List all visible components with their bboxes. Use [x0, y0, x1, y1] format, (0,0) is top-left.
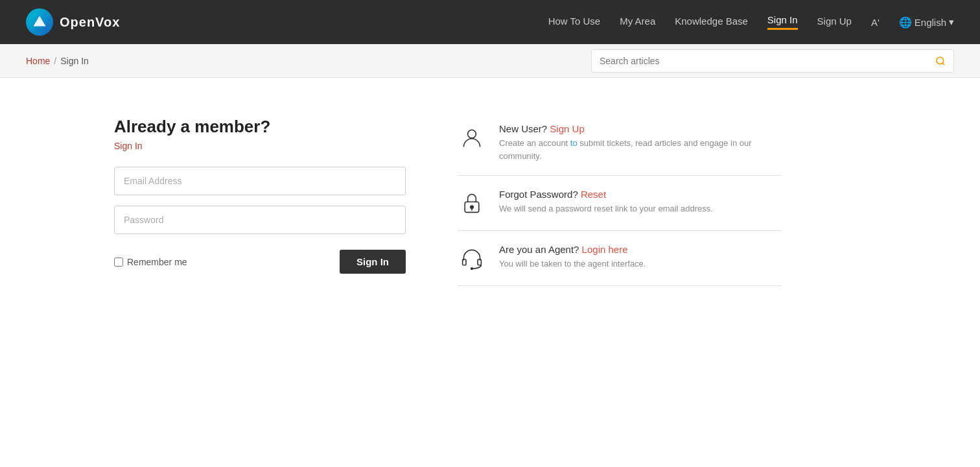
remember-me-label[interactable]: Remember me	[114, 257, 187, 267]
globe-icon: 🌐	[899, 16, 912, 29]
breadcrumb-separator: /	[54, 56, 56, 66]
password-field[interactable]	[114, 206, 406, 234]
svg-line-3	[942, 63, 944, 65]
nav-how-to-use[interactable]: How To Use	[548, 16, 601, 29]
search-icon	[935, 56, 946, 66]
new-user-heading-plain: New User?	[499, 123, 550, 134]
new-user-heading: New User? Sign Up	[499, 123, 782, 134]
agent-login-heading-plain: Are you an Agent?	[499, 244, 582, 255]
search-input[interactable]	[592, 56, 928, 66]
form-footer: Remember me Sign In	[114, 250, 406, 274]
agent-login-item: Are you an Agent? Login here You will be…	[458, 231, 782, 286]
headset-icon	[458, 244, 486, 272]
signin-title: Already a member?	[114, 117, 406, 137]
nav-sign-up[interactable]: Sign Up	[817, 16, 852, 29]
svg-point-6	[471, 206, 474, 209]
agent-login-text: Are you an Agent? Login here You will be…	[499, 244, 646, 270]
remember-me-text: Remember me	[127, 257, 187, 267]
agent-login-description: You will be taken to the agent interface…	[499, 257, 646, 270]
forgot-password-heading-plain: Forgot Password?	[499, 189, 581, 200]
main-content: Already a member? Sign In Remember me Si…	[36, 78, 944, 325]
forgot-password-text: Forgot Password? Reset We will send a pa…	[499, 189, 713, 215]
signin-subtitle-link[interactable]: Sign In	[114, 141, 406, 151]
language-selector[interactable]: 🌐 English ▾	[899, 16, 954, 29]
search-button[interactable]	[928, 56, 953, 66]
logo-text: OpenVox	[60, 15, 120, 30]
remember-me-checkbox[interactable]	[114, 257, 123, 267]
forgot-password-description: We will send a password reset link to yo…	[499, 202, 713, 215]
nav-my-area[interactable]: My Area	[620, 16, 655, 29]
svg-point-2	[937, 57, 944, 64]
search-bar	[591, 49, 954, 73]
new-user-description: Create an account to submit tickets, rea…	[499, 137, 782, 162]
breadcrumb-home[interactable]: Home	[26, 56, 50, 66]
nav-knowledge-base[interactable]: Knowledge Base	[675, 16, 748, 29]
font-size-control[interactable]: A'	[871, 17, 880, 28]
svg-point-4	[468, 130, 476, 138]
svg-rect-8	[463, 259, 466, 265]
logo[interactable]: OpenVox	[26, 8, 120, 36]
breadcrumb: Home / Sign In	[26, 56, 591, 66]
breadcrumb-bar: Home / Sign In	[0, 44, 980, 78]
forgot-password-item: Forgot Password? Reset We will send a pa…	[458, 176, 782, 231]
signin-section: Already a member? Sign In Remember me Si…	[114, 117, 406, 286]
new-user-text: New User? Sign Up Create an account to s…	[499, 123, 782, 162]
svg-point-10	[471, 268, 473, 270]
agent-login-heading: Are you an Agent? Login here	[499, 244, 646, 255]
language-label: English	[915, 17, 946, 28]
new-user-to-link[interactable]: to	[570, 138, 578, 148]
main-nav: How To Use My Area Knowledge Base Sign I…	[548, 14, 954, 30]
svg-rect-9	[478, 259, 481, 265]
forgot-password-reset-link[interactable]: Reset	[581, 189, 606, 200]
signin-button[interactable]: Sign In	[340, 250, 406, 274]
forgot-password-heading: Forgot Password? Reset	[499, 189, 713, 200]
logo-icon	[26, 8, 53, 36]
breadcrumb-current-page: Sign In	[60, 56, 89, 66]
email-field[interactable]	[114, 167, 406, 195]
lock-icon	[458, 189, 486, 217]
nav-sign-in[interactable]: Sign In	[767, 14, 798, 30]
new-user-item: New User? Sign Up Create an account to s…	[458, 123, 782, 176]
person-icon	[458, 123, 486, 152]
header: OpenVox How To Use My Area Knowledge Bas…	[0, 0, 980, 44]
info-section: New User? Sign Up Create an account to s…	[458, 117, 782, 286]
new-user-signup-link[interactable]: Sign Up	[550, 123, 584, 134]
agent-login-link[interactable]: Login here	[582, 244, 628, 255]
lang-dropdown-icon: ▾	[949, 16, 954, 28]
